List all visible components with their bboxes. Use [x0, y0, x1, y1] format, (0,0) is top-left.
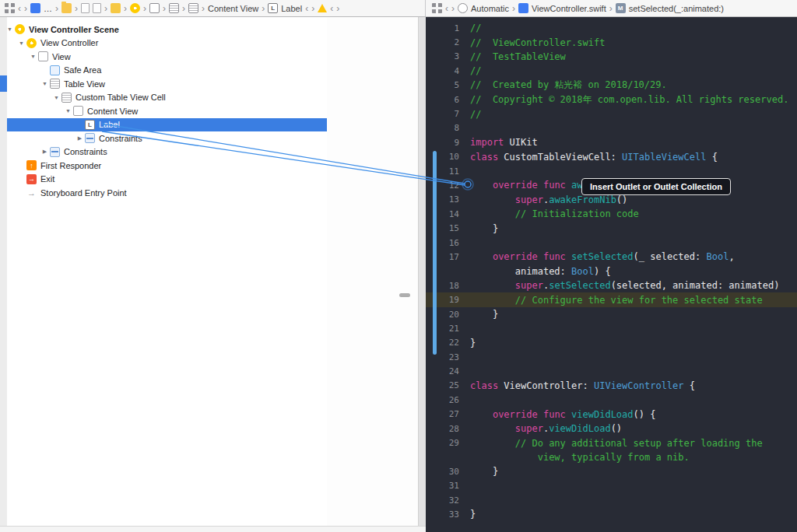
disclosure-triangle-icon[interactable]: ▼	[16, 40, 26, 46]
forward-chevron-icon[interactable]: ›	[311, 4, 314, 13]
code-line-4[interactable]: 4//	[426, 64, 797, 78]
vc-icon[interactable]	[130, 3, 140, 13]
code-lines[interactable]: 1//2// ViewController.swift3// TestTable…	[426, 17, 797, 522]
auto-icon[interactable]	[458, 3, 468, 13]
code-line-23[interactable]: 23	[426, 350, 797, 364]
disclosure-triangle-icon[interactable]: ▼	[63, 108, 73, 114]
forward-chevron-icon[interactable]: ›	[24, 4, 27, 13]
code-line-16[interactable]: 16	[426, 236, 797, 250]
jump-bar-item[interactable]: …	[44, 4, 52, 13]
code-line-8[interactable]: 8	[426, 121, 797, 135]
jump-bar-item[interactable]: Label	[281, 4, 302, 13]
code-line-wrap[interactable]: view, typically from a nib.	[426, 450, 797, 464]
code-line-20[interactable]: 20 }	[426, 307, 797, 321]
horizontal-scrollbar[interactable]	[0, 526, 426, 532]
back-chevron-icon[interactable]: ‹	[445, 4, 448, 13]
doc-icon[interactable]	[81, 3, 90, 13]
code-line-21[interactable]: 21	[426, 321, 797, 335]
code-line-wrap[interactable]: animated: Bool) {	[426, 264, 797, 278]
outline-row-first-responder[interactable]: First Responder	[0, 159, 327, 173]
project-icon[interactable]	[30, 3, 40, 13]
disclosure-triangle-icon[interactable]: ▶	[75, 135, 85, 142]
outline-row-constraints[interactable]: ▶Constraints	[0, 145, 327, 159]
outline-row-constraints[interactable]: ▶Constraints	[0, 131, 327, 145]
code-line-26[interactable]: 26	[426, 393, 797, 407]
code-line-9[interactable]: 9import UIKit	[426, 135, 797, 149]
doc-icon[interactable]	[93, 3, 101, 13]
outline-row-exit[interactable]: Exit	[0, 173, 327, 187]
outline-row-view-controller-scene[interactable]: ▼View Controller Scene	[0, 23, 327, 37]
jump-bar-item[interactable]: Content View	[208, 4, 258, 13]
code-line-1[interactable]: 1//	[426, 21, 797, 35]
storyboard-canvas[interactable]	[327, 17, 426, 532]
code-line-11[interactable]: 11	[426, 164, 797, 178]
jump-bar-item[interactable]: setSelected(_:animated:)	[629, 4, 724, 13]
outline-row-content-view[interactable]: ▼Content View	[0, 104, 327, 118]
forward-chevron-icon[interactable]: ›	[512, 4, 515, 13]
code-line-6[interactable]: 6// Copyright © 2018年 com.open.lib. All …	[426, 93, 797, 107]
lbadge-icon[interactable]	[268, 3, 278, 13]
list-icon[interactable]	[169, 3, 179, 13]
mbadge-icon[interactable]	[616, 3, 626, 13]
code-line-15[interactable]: 15 }	[426, 221, 797, 235]
outline-row-view-controller[interactable]: ▼View Controller	[0, 37, 327, 51]
code-line-24[interactable]: 24	[426, 364, 797, 378]
warn-icon[interactable]	[318, 4, 327, 12]
forward-chevron-icon[interactable]: ›	[75, 4, 78, 13]
back-chevron-icon[interactable]: ‹	[305, 4, 308, 13]
jump-bar-item[interactable]: Automatic	[471, 4, 509, 13]
code-line-31[interactable]: 31	[426, 479, 797, 493]
forward-chevron-icon[interactable]: ›	[124, 4, 127, 13]
list-icon[interactable]	[188, 3, 198, 13]
forward-chevron-icon[interactable]: ›	[163, 4, 166, 13]
outline-row-view[interactable]: ▼View	[0, 50, 327, 64]
forward-chevron-icon[interactable]: ›	[143, 4, 146, 13]
disclosure-triangle-icon[interactable]: ▶	[40, 149, 50, 155]
code-line-19[interactable]: 19 // Configure the view for the selecte…	[426, 292, 797, 306]
code-line-33[interactable]: 33}	[426, 507, 797, 521]
xib-icon[interactable]	[111, 3, 121, 13]
back-chevron-icon[interactable]: ‹	[330, 4, 333, 13]
forward-chevron-icon[interactable]: ›	[609, 4, 613, 13]
forward-chevron-icon[interactable]: ›	[202, 4, 205, 13]
disclosure-triangle-icon[interactable]: ▼	[28, 54, 38, 59]
swift-icon[interactable]	[518, 3, 528, 13]
code-line-18[interactable]: 18 super.setSelected(selected, animated:…	[426, 278, 797, 292]
code-line-32[interactable]: 32	[426, 493, 797, 507]
outline-row-table-view[interactable]: ▼Table View	[0, 77, 327, 91]
code-line-22[interactable]: 22}	[426, 336, 797, 350]
forward-chevron-icon[interactable]: ›	[182, 4, 185, 13]
canvas-scrollbar-thumb[interactable]	[399, 293, 410, 297]
viewsm-icon[interactable]	[149, 3, 160, 13]
forward-chevron-icon[interactable]: ›	[262, 4, 265, 13]
code-line-25[interactable]: 25class ViewController: UIViewController…	[426, 379, 797, 393]
forward-chevron-icon[interactable]: ›	[104, 4, 107, 13]
code-line-17[interactable]: 17 override func setSelected(_ selected:…	[426, 250, 797, 264]
forward-chevron-icon[interactable]: ›	[451, 4, 455, 13]
forward-chevron-icon[interactable]: ›	[336, 4, 339, 13]
outline-row-safe-area[interactable]: Safe Area	[0, 64, 327, 78]
outline-row-storyboard-entry-point[interactable]: Storyboard Entry Point	[0, 186, 327, 200]
code-line-30[interactable]: 30 }	[426, 464, 797, 478]
code-line-2[interactable]: 2// ViewController.swift	[426, 35, 797, 49]
related-icon[interactable]	[432, 3, 442, 13]
code-line-29[interactable]: 29 // Do any additional setup after load…	[426, 436, 797, 450]
code-line-3[interactable]: 3// TestTableView	[426, 50, 797, 64]
related-icon[interactable]	[5, 3, 15, 13]
code-line-7[interactable]: 7//	[426, 107, 797, 121]
code-line-28[interactable]: 28 super.viewDidLoad()	[426, 422, 797, 436]
folder-icon[interactable]	[61, 3, 72, 13]
forward-chevron-icon[interactable]: ›	[55, 4, 58, 13]
jump-bar-item[interactable]: ViewController.swift	[532, 4, 606, 13]
code-editor[interactable]: 1//2// ViewController.swift3// TestTable…	[426, 17, 797, 532]
document-outline[interactable]: ▼View Controller Scene▼View Controller▼V…	[0, 17, 327, 526]
code-line-27[interactable]: 27 override func viewDidLoad() {	[426, 408, 797, 422]
back-chevron-icon[interactable]: ‹	[18, 4, 21, 13]
disclosure-triangle-icon[interactable]: ▼	[51, 95, 61, 100]
outline-row-custom-table-view-cell[interactable]: ▼Custom Table View Cell	[0, 91, 327, 105]
disclosure-triangle-icon[interactable]: ▼	[40, 81, 50, 86]
code-line-14[interactable]: 14 // Initialization code	[426, 207, 797, 221]
outline-row-label[interactable]: Label	[0, 118, 327, 132]
code-line-5[interactable]: 5// Created by 粘光裕 on 2018/10/29.	[426, 79, 797, 93]
code-line-10[interactable]: 10class CustomTableViewCell: UITableView…	[426, 150, 797, 164]
